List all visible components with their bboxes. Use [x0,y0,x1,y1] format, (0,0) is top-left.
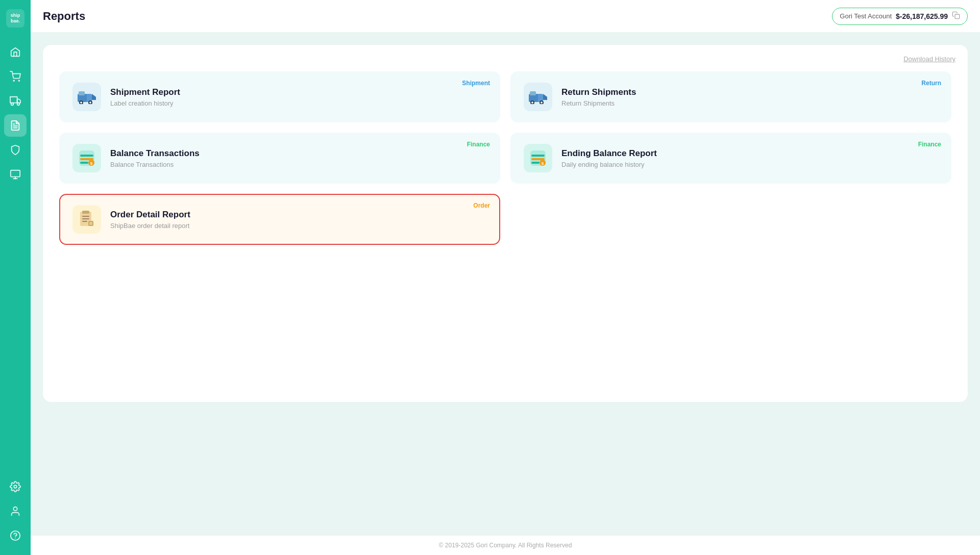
svg-marker-21 [92,94,96,100]
svg-text:$: $ [90,161,93,166]
order-detail-title: Order Detail Report [110,210,487,220]
footer: © 2019-2025 Gori Company. All Rights Res… [31,536,980,555]
sidebar-item-display[interactable] [4,163,27,186]
svg-text:$: $ [542,161,544,166]
balance-transactions-tag: Finance [467,141,490,148]
ending-balance-icon: $ [524,144,552,172]
shipment-report-tag: Shipment [462,80,490,87]
svg-rect-36 [80,155,93,157]
header: Reports Gori Test Account $-26,187,625.9… [31,0,980,33]
svg-rect-44 [531,162,540,164]
sidebar-item-help[interactable] [4,524,27,547]
svg-point-31 [531,102,533,104]
shipment-report-desc: Label creation history [110,99,487,107]
logo[interactable]: ship bae. [5,8,26,29]
footer-text: © 2019-2025 Gori Company. All Rights Res… [439,542,572,549]
order-detail-info: Order Detail Report ShipBae order detail… [110,210,487,230]
svg-point-14 [14,485,17,488]
sidebar-bottom [4,475,27,547]
return-shipments-card[interactable]: Return Shipments Return Shipments Return [510,71,951,122]
svg-point-25 [89,102,91,104]
return-shipments-tag: Return [921,80,941,87]
return-shipments-title: Return Shipments [561,87,938,97]
ending-balance-title: Ending Balance Report [561,148,938,159]
svg-point-15 [13,507,17,511]
main-content: Reports Gori Test Account $-26,187,625.9… [31,0,980,555]
svg-rect-5 [10,97,17,103]
sidebar-item-home[interactable] [4,41,27,63]
return-shipments-info: Return Shipments Return Shipments [561,87,938,107]
balance-transactions-title: Balance Transactions [110,148,487,159]
svg-rect-18 [955,14,960,19]
svg-rect-26 [79,91,85,95]
svg-marker-6 [17,99,20,103]
account-balance: $-26,187,625.99 [896,12,948,20]
svg-point-7 [11,103,14,106]
empty-cell [510,194,951,245]
sidebar: ship bae. [0,0,31,555]
ending-balance-tag: Finance [918,141,941,148]
order-detail-icon [72,205,101,234]
content-card: Download History [43,45,968,402]
svg-rect-51 [82,218,89,219]
svg-rect-42 [531,155,545,157]
balance-transactions-icon: $ [72,144,101,172]
order-detail-tag: Order [473,202,490,209]
account-badge[interactable]: Gori Test Account $-26,187,625.99 [832,8,968,25]
order-detail-report-card[interactable]: Order Detail Report ShipBae order detail… [59,194,500,245]
download-history-link[interactable]: Download History [903,55,955,63]
ending-balance-desc: Daily ending balance history [561,161,938,168]
sidebar-item-shield[interactable] [4,139,27,161]
svg-rect-50 [82,216,89,217]
page-title: Reports [43,10,85,23]
return-shipments-desc: Return Shipments [561,99,938,107]
shipment-report-card[interactable]: Shipment Report Label creation history S… [59,71,500,122]
svg-point-23 [80,102,82,104]
svg-rect-11 [11,170,20,177]
sidebar-item-orders[interactable] [4,65,27,88]
copy-icon [952,11,960,21]
ending-balance-card[interactable]: $ Ending Balance Report Daily ending bal… [510,133,951,184]
svg-text:bae.: bae. [11,18,20,23]
shipment-report-info: Shipment Report Label creation history [110,87,487,107]
sidebar-item-shipments[interactable] [4,90,27,112]
svg-rect-52 [82,221,87,222]
sidebar-item-profile[interactable] [4,500,27,522]
svg-rect-38 [80,162,88,164]
svg-rect-49 [82,211,89,214]
balance-transactions-card[interactable]: $ Balance Transactions Balance Transacti… [59,133,500,184]
svg-rect-54 [89,222,92,225]
sidebar-item-settings[interactable] [4,475,27,498]
sidebar-item-reports[interactable] [4,114,27,137]
return-shipments-icon [524,83,552,111]
svg-point-4 [18,80,19,81]
shipment-report-title: Shipment Report [110,87,487,97]
balance-transactions-info: Balance Transactions Balance Transaction… [110,148,487,168]
order-detail-desc: ShipBae order detail report [110,222,487,230]
account-name: Gori Test Account [840,12,892,20]
svg-point-3 [13,80,14,81]
svg-point-33 [541,102,543,104]
content-area: Download History [31,33,980,536]
svg-marker-29 [543,94,547,100]
shipment-report-icon [72,83,101,111]
svg-text:ship: ship [11,13,20,18]
svg-rect-34 [530,91,536,95]
ending-balance-info: Ending Balance Report Daily ending balan… [561,148,938,168]
svg-point-8 [17,103,20,106]
balance-transactions-desc: Balance Transactions [110,161,487,168]
